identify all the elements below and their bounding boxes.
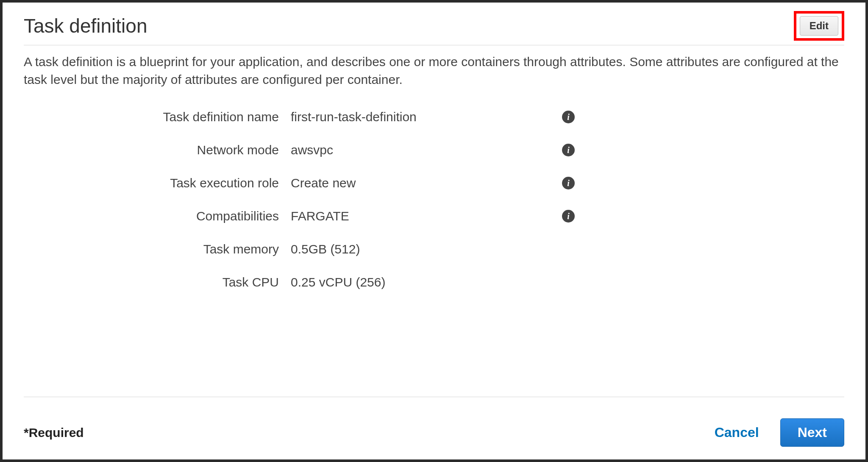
field-value: FARGATE [291, 209, 562, 223]
edit-button[interactable]: Edit [800, 16, 838, 36]
panel-footer: *Required Cancel Next [24, 418, 844, 447]
field-value: 0.5GB (512) [291, 242, 562, 256]
cancel-button[interactable]: Cancel [715, 425, 759, 440]
field-label: Task definition name [24, 110, 291, 124]
info-icon[interactable]: i [562, 144, 575, 156]
field-value: 0.25 vCPU (256) [291, 275, 562, 289]
field-task-execution-role: Task execution role Create new i [24, 176, 844, 190]
field-value: first-run-task-definition [291, 110, 562, 124]
divider [24, 397, 844, 397]
next-button[interactable]: Next [780, 418, 844, 447]
field-label: Compatibilities [24, 209, 291, 223]
info-icon[interactable]: i [562, 210, 575, 223]
field-label: Task execution role [24, 176, 291, 190]
footer-actions: Cancel Next [715, 418, 844, 447]
edit-highlight-box: Edit [794, 11, 844, 41]
required-note: *Required [24, 426, 84, 440]
page-title: Task definition [24, 14, 147, 37]
panel-description: A task definition is a blueprint for you… [24, 53, 844, 89]
field-value: awsvpc [291, 143, 562, 157]
field-task-definition-name: Task definition name first-run-task-defi… [24, 110, 844, 124]
info-icon[interactable]: i [562, 177, 575, 189]
field-network-mode: Network mode awsvpc i [24, 143, 844, 157]
info-icon[interactable]: i [562, 111, 575, 123]
panel-header: Task definition Edit [24, 11, 844, 45]
field-task-memory: Task memory 0.5GB (512) [24, 242, 844, 256]
field-label: Task CPU [24, 275, 291, 289]
field-label: Task memory [24, 242, 291, 256]
field-label: Network mode [24, 143, 291, 157]
field-value: Create new [291, 176, 562, 190]
field-list: Task definition name first-run-task-defi… [24, 110, 844, 289]
field-compatibilities: Compatibilities FARGATE i [24, 209, 844, 223]
field-task-cpu: Task CPU 0.25 vCPU (256) [24, 275, 844, 289]
